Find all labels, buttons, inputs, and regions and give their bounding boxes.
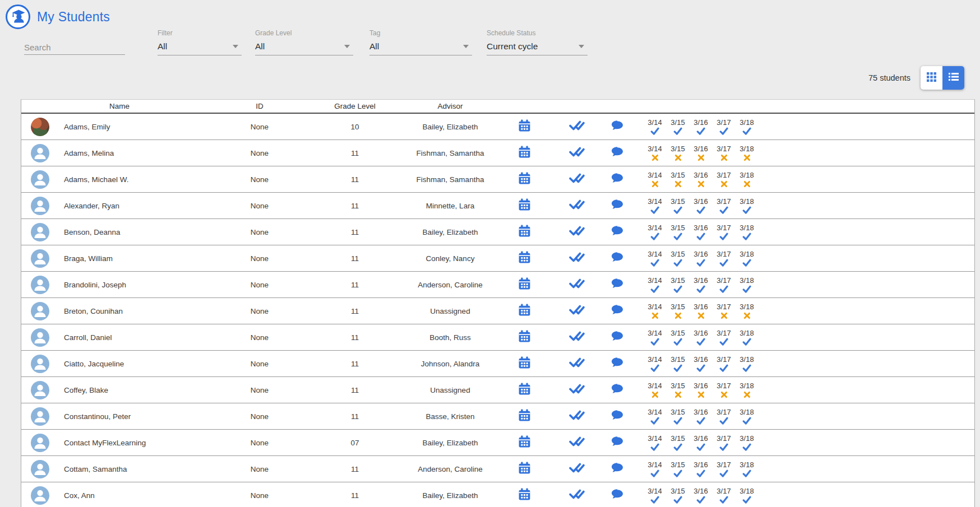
grid-view-button[interactable] — [921, 66, 942, 90]
check-icon — [650, 259, 659, 267]
tag-dropdown-control[interactable]: All — [369, 40, 472, 55]
message-button[interactable] — [597, 171, 637, 187]
table-row[interactable]: Alexander, Ryan None 11 Minnette, Lara — [21, 193, 974, 219]
check-icon — [650, 338, 659, 346]
x-icon — [697, 311, 705, 320]
schedule-button[interactable] — [492, 277, 557, 293]
check-icon — [650, 364, 659, 373]
check-icon — [719, 417, 728, 425]
table-row[interactable]: Cottam, Samantha None 11 Anderson, Carol… — [21, 456, 974, 482]
table-row[interactable]: Adams, Melina None 11 Fishman, Samantha — [21, 140, 974, 166]
schedule-status-dropdown-control[interactable]: Current cycle — [487, 40, 588, 55]
table-row[interactable]: Ciatto, Jacqueline None 11 Johnson, Alan… — [21, 351, 974, 377]
schedule-button[interactable] — [492, 224, 557, 240]
checkins-button[interactable] — [557, 277, 597, 292]
date-status: 3/17 — [713, 408, 734, 425]
attendance-dates: 3/143/153/163/173/18 — [637, 329, 974, 346]
check-icon — [673, 338, 682, 346]
checkins-button[interactable] — [557, 198, 597, 213]
message-button[interactable] — [597, 277, 637, 292]
date-label: 3/17 — [716, 461, 731, 469]
checkins-button[interactable] — [557, 304, 597, 318]
schedule-button[interactable] — [492, 119, 557, 135]
grade-level-dropdown-control[interactable]: All — [255, 40, 353, 55]
table-row[interactable]: Adams, Michael W. None 11 Fishman, Saman… — [21, 166, 974, 193]
table-row[interactable]: Contact MyFlexLearning None 07 Bailey, E… — [21, 430, 974, 456]
checkins-button[interactable] — [557, 330, 597, 345]
schedule-button[interactable] — [492, 356, 557, 372]
calendar-icon — [517, 171, 531, 188]
table-row[interactable]: Cox, Ann None 11 Bailey, Elizabeth — [21, 482, 974, 507]
message-button[interactable] — [597, 356, 637, 371]
date-label: 3/15 — [671, 118, 685, 127]
schedule-button[interactable] — [492, 435, 557, 451]
checkins-button[interactable] — [557, 356, 597, 371]
message-button[interactable] — [597, 145, 637, 161]
message-button[interactable] — [597, 461, 637, 477]
checkins-button[interactable] — [557, 383, 597, 397]
check-icon — [719, 443, 728, 452]
checkins-button[interactable] — [557, 435, 597, 450]
student-id: None — [218, 307, 302, 315]
student-grade-level: 11 — [302, 254, 408, 263]
date-label: 3/15 — [671, 303, 685, 311]
checkins-button[interactable] — [557, 225, 597, 239]
checkins-button[interactable] — [557, 146, 597, 160]
table-row[interactable]: Carroll, Daniel None 11 Booth, Russ — [21, 324, 974, 351]
table-row[interactable]: Braga, William None 11 Conley, Nancy — [21, 245, 974, 272]
checkins-button[interactable] — [557, 119, 597, 134]
message-button[interactable] — [597, 198, 637, 213]
date-status: 3/15 — [667, 329, 688, 346]
checkins-button[interactable] — [557, 462, 597, 476]
schedule-button[interactable] — [492, 487, 557, 504]
search-input[interactable] — [24, 40, 125, 55]
student-grade-level: 11 — [302, 360, 408, 368]
message-button[interactable] — [597, 435, 637, 450]
check-icon — [696, 285, 705, 294]
table-row[interactable]: Adams, Emily None 10 Bailey, Elizabeth — [21, 114, 974, 140]
date-label: 3/18 — [739, 171, 754, 179]
schedule-status-dropdown[interactable]: Schedule Status Current cycle — [487, 29, 588, 55]
schedule-button[interactable] — [492, 461, 557, 477]
filter-dropdown-control[interactable]: All — [158, 40, 242, 55]
message-button[interactable] — [597, 487, 637, 503]
schedule-button[interactable] — [492, 198, 557, 214]
table-row[interactable]: Brandolini, Joseph None 11 Anderson, Car… — [21, 272, 974, 298]
message-button[interactable] — [597, 329, 637, 345]
message-button[interactable] — [597, 382, 637, 398]
schedule-button[interactable] — [492, 382, 557, 398]
tag-dropdown[interactable]: Tag All — [369, 29, 472, 55]
checkins-button[interactable] — [557, 251, 597, 266]
schedule-button[interactable] — [492, 250, 557, 267]
date-label: 3/17 — [716, 355, 731, 364]
table-row[interactable]: Breton, Counihan None 11 Unassigned — [21, 298, 974, 324]
message-button[interactable] — [597, 303, 637, 319]
checkins-button[interactable] — [557, 172, 597, 187]
date-status: 3/16 — [690, 145, 711, 162]
filter-dropdown[interactable]: Filter All — [158, 29, 242, 55]
checkins-button[interactable] — [557, 409, 597, 424]
schedule-button[interactable] — [492, 303, 557, 319]
schedule-button[interactable] — [492, 171, 557, 188]
schedule-button[interactable] — [492, 408, 557, 425]
message-button[interactable] — [597, 250, 637, 266]
list-view-button[interactable] — [942, 66, 964, 90]
check-icon — [673, 127, 682, 136]
avatar — [31, 144, 49, 162]
table-row[interactable]: Constantinou, Peter None 11 Basse, Krist… — [21, 403, 974, 430]
grade-level-dropdown[interactable]: Grade Level All — [255, 29, 353, 55]
table-row[interactable]: Coffey, Blake None 11 Unassigned — [21, 377, 974, 403]
date-status: 3/15 — [667, 224, 688, 241]
message-button[interactable] — [597, 224, 637, 240]
checkins-button[interactable] — [557, 488, 597, 503]
student-id: None — [218, 202, 302, 210]
attendance-dates: 3/143/153/163/173/18 — [637, 382, 974, 399]
student-name: Carroll, Daniel — [64, 333, 112, 342]
schedule-button[interactable] — [492, 145, 557, 161]
date-status: 3/17 — [713, 329, 734, 346]
table-row[interactable]: Benson, Deanna None 11 Bailey, Elizabeth — [21, 219, 974, 245]
message-button[interactable] — [597, 119, 637, 134]
message-button[interactable] — [597, 408, 637, 424]
date-status: 3/18 — [736, 329, 757, 346]
schedule-button[interactable] — [492, 329, 557, 346]
